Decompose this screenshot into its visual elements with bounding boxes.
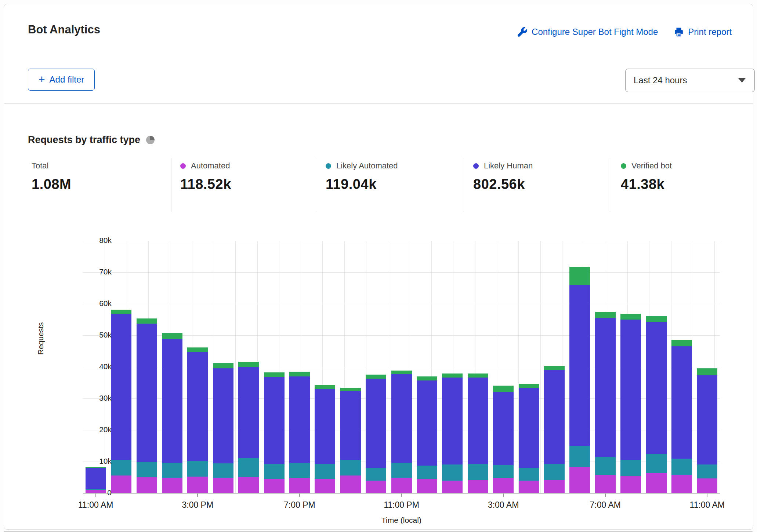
segment-likely-human[interactable] <box>264 377 285 464</box>
bar-3-00-am[interactable] <box>493 386 514 493</box>
segment-verified-bot[interactable] <box>468 374 488 378</box>
segment-likely-human[interactable] <box>162 339 182 462</box>
segment-likely-human[interactable] <box>111 314 131 460</box>
segment-verified-bot[interactable] <box>137 318 157 324</box>
segment-automated[interactable] <box>289 478 310 493</box>
segment-verified-bot[interactable] <box>366 375 386 379</box>
segment-verified-bot[interactable] <box>417 376 437 380</box>
bar-12-00-pm[interactable] <box>111 310 131 493</box>
bar-10-00-pm[interactable] <box>366 375 386 493</box>
segment-verified-bot[interactable] <box>111 310 131 313</box>
segment-likely-human[interactable] <box>671 346 692 459</box>
segment-likely-human[interactable] <box>646 322 667 454</box>
bar-2-00-pm[interactable] <box>162 333 182 493</box>
segment-automated[interactable] <box>646 473 667 493</box>
segment-likely-human[interactable] <box>238 367 259 458</box>
segment-likely-human[interactable] <box>391 374 412 463</box>
segment-automated[interactable] <box>493 478 514 493</box>
segment-likely-human[interactable] <box>187 352 208 462</box>
segment-likely-automated[interactable] <box>264 464 285 479</box>
segment-likely-automated[interactable] <box>366 468 386 481</box>
segment-automated[interactable] <box>111 475 131 493</box>
segment-likely-automated[interactable] <box>238 458 259 477</box>
segment-likely-automated[interactable] <box>442 464 463 481</box>
segment-verified-bot[interactable] <box>697 368 717 375</box>
segment-likely-human[interactable] <box>366 379 386 468</box>
bar-1-00-am[interactable] <box>442 374 463 493</box>
configure-super-bot-fight-mode-link[interactable]: Configure Super Bot Fight Mode <box>518 27 658 37</box>
segment-likely-human[interactable] <box>544 370 565 464</box>
segment-likely-automated[interactable] <box>162 463 182 478</box>
bar-6-00-am[interactable] <box>569 267 590 493</box>
segment-verified-bot[interactable] <box>238 362 259 367</box>
segment-likely-automated[interactable] <box>544 464 565 480</box>
bar-10-00-am[interactable] <box>671 340 692 493</box>
bar-9-00-pm[interactable] <box>340 388 361 493</box>
segment-likely-human[interactable] <box>86 468 106 489</box>
segment-automated[interactable] <box>137 477 157 493</box>
segment-automated[interactable] <box>569 467 590 493</box>
segment-likely-human[interactable] <box>213 368 233 463</box>
segment-automated[interactable] <box>468 480 488 493</box>
bar-7-00-am[interactable] <box>595 312 616 493</box>
segment-likely-human[interactable] <box>340 391 361 460</box>
segment-verified-bot[interactable] <box>391 371 412 374</box>
segment-verified-bot[interactable] <box>340 388 361 391</box>
segment-likely-automated[interactable] <box>289 463 310 478</box>
segment-likely-human[interactable] <box>569 285 590 446</box>
bar-5-00-am[interactable] <box>544 366 565 493</box>
segment-likely-automated[interactable] <box>646 454 667 473</box>
bar-1-00-pm[interactable] <box>137 318 157 493</box>
segment-verified-bot[interactable] <box>315 385 335 389</box>
bar-9-00-am[interactable] <box>646 316 667 493</box>
segment-automated[interactable] <box>417 479 437 493</box>
bar-11-00-am[interactable] <box>697 368 717 493</box>
segment-likely-human[interactable] <box>595 318 616 457</box>
segment-likely-automated[interactable] <box>213 463 233 478</box>
bar-2-00-am[interactable] <box>468 374 488 493</box>
segment-verified-bot[interactable] <box>162 333 182 339</box>
bar-7-00-pm[interactable] <box>289 372 310 493</box>
segment-verified-bot[interactable] <box>569 267 590 285</box>
segment-automated[interactable] <box>697 478 717 493</box>
segment-likely-automated[interactable] <box>187 461 208 477</box>
segment-likely-automated[interactable] <box>697 464 717 478</box>
bar-6-00-pm[interactable] <box>264 372 285 493</box>
print-report-link[interactable]: Print report <box>674 27 732 37</box>
bar-8-00-pm[interactable] <box>315 385 335 493</box>
bar-5-00-pm[interactable] <box>238 362 259 493</box>
segment-verified-bot[interactable] <box>264 372 285 378</box>
segment-likely-automated[interactable] <box>493 465 514 478</box>
segment-verified-bot[interactable] <box>442 374 463 378</box>
segment-automated[interactable] <box>671 475 692 493</box>
segment-likely-automated[interactable] <box>340 460 361 475</box>
segment-automated[interactable] <box>315 479 335 493</box>
segment-likely-automated[interactable] <box>671 459 692 475</box>
segment-automated[interactable] <box>213 478 233 493</box>
segment-verified-bot[interactable] <box>646 316 667 322</box>
segment-automated[interactable] <box>366 481 386 493</box>
segment-likely-automated[interactable] <box>595 457 616 475</box>
segment-automated[interactable] <box>340 475 361 493</box>
segment-likely-automated[interactable] <box>620 460 641 477</box>
bar-11-00-pm[interactable] <box>391 371 412 493</box>
segment-likely-human[interactable] <box>519 388 539 468</box>
segment-verified-bot[interactable] <box>213 363 233 369</box>
segment-automated[interactable] <box>442 481 463 493</box>
segment-verified-bot[interactable] <box>671 340 692 346</box>
add-filter-button[interactable]: + Add filter <box>28 69 95 91</box>
segment-likely-automated[interactable] <box>569 446 590 467</box>
segment-likely-human[interactable] <box>417 380 437 466</box>
segment-automated[interactable] <box>595 475 616 493</box>
segment-verified-bot[interactable] <box>595 312 616 318</box>
segment-likely-human[interactable] <box>137 324 157 462</box>
segment-likely-human[interactable] <box>468 378 488 464</box>
segment-likely-automated[interactable] <box>468 464 488 480</box>
segment-verified-bot[interactable] <box>620 314 641 320</box>
bar-4-00-am[interactable] <box>519 384 539 493</box>
segment-likely-human[interactable] <box>697 375 717 464</box>
segment-automated[interactable] <box>519 481 539 493</box>
segment-automated[interactable] <box>162 478 182 493</box>
segment-automated[interactable] <box>620 476 641 493</box>
segment-verified-bot[interactable] <box>289 372 310 376</box>
